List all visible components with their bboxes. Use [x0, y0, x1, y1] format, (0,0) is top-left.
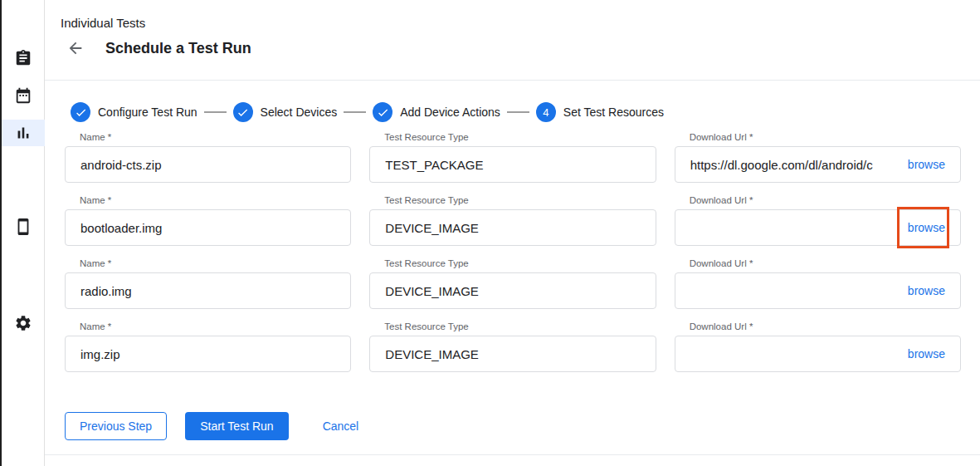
name-input-row4[interactable]: img.zip — [65, 336, 351, 372]
name-value: android-cts.zip — [80, 158, 335, 172]
step-connector — [344, 111, 366, 113]
step-label: Select Devices — [261, 105, 338, 119]
name-label: Name * — [80, 321, 351, 332]
previous-step-button[interactable]: Previous Step — [65, 412, 167, 440]
name-value: img.zip — [80, 347, 335, 361]
type-input-row1[interactable]: TEST_PACKAGE — [369, 146, 656, 183]
step-label: Add Device Actions — [400, 105, 500, 119]
url-label: Download Url * — [690, 321, 961, 332]
clipboard-icon — [14, 49, 32, 67]
form-field-name-row1: Name * android-cts.zip — [65, 132, 351, 183]
browse-link-row1[interactable]: browse — [908, 158, 945, 171]
bar-chart-icon — [14, 124, 32, 142]
browse-link-row3[interactable]: browse — [908, 284, 945, 297]
url-label: Download Url * — [690, 258, 961, 269]
type-value: DEVICE_IMAGE — [385, 347, 640, 361]
type-label: Test Resource Type — [384, 258, 656, 269]
check-icon — [377, 106, 389, 119]
check-icon — [75, 106, 87, 119]
form-field-type-row3: Test Resource Type DEVICE_IMAGE — [369, 258, 656, 309]
browse-link-row4[interactable]: browse — [908, 347, 945, 361]
step-set-test-resources[interactable]: 4 Set Test Resources — [536, 102, 664, 122]
step-add-device-actions[interactable]: Add Device Actions — [373, 102, 500, 122]
form-field-name-row4: Name * img.zip — [65, 321, 351, 372]
step-complete-circle — [373, 102, 392, 122]
type-value: DEVICE_IMAGE — [385, 284, 640, 298]
name-value: radio.img — [80, 284, 335, 298]
main-content: Individual Tests Schedule a Test Run Con… — [45, 0, 980, 466]
sidebar-item-reports[interactable] — [2, 120, 45, 146]
url-label: Download Url * — [690, 132, 961, 143]
type-input-row3[interactable]: DEVICE_IMAGE — [369, 272, 656, 309]
type-input-row2[interactable]: DEVICE_IMAGE — [369, 209, 656, 246]
form-field-url-row2: Download Url * browse — [675, 195, 961, 246]
form-field-type-row2: Test Resource Type DEVICE_IMAGE — [369, 195, 656, 246]
step-select-devices[interactable]: Select Devices — [233, 102, 338, 122]
step-label: Set Test Resources — [563, 105, 664, 119]
type-value: DEVICE_IMAGE — [385, 221, 640, 235]
type-label: Test Resource Type — [384, 321, 656, 332]
step-configure-test-run[interactable]: Configure Test Run — [71, 102, 197, 122]
form-field-type-row4: Test Resource Type DEVICE_IMAGE — [369, 321, 656, 372]
name-label: Name * — [80, 132, 351, 143]
page-header: Individual Tests Schedule a Test Run — [45, 0, 980, 81]
form-field-url-row4: Download Url * browse — [675, 321, 961, 372]
step-label: Configure Test Run — [98, 105, 197, 119]
type-label: Test Resource Type — [384, 195, 656, 206]
smartphone-icon — [14, 218, 32, 236]
form-field-name-row2: Name * bootloader.img — [65, 195, 351, 246]
name-label: Name * — [80, 258, 351, 269]
form-field-name-row3: Name * radio.img — [65, 258, 351, 309]
step-connector — [204, 111, 227, 113]
cancel-button[interactable]: Cancel — [319, 412, 363, 440]
url-input-row1[interactable]: https://dl.google.com/dl/android/c brows… — [675, 146, 961, 183]
type-value: TEST_PACKAGE — [385, 158, 640, 172]
url-input-row2[interactable]: browse — [675, 209, 961, 246]
url-input-row4[interactable]: browse — [675, 336, 961, 372]
page-title: Schedule a Test Run — [105, 40, 251, 57]
sidebar-item-settings[interactable] — [2, 310, 45, 336]
arrow-back-icon — [66, 39, 85, 57]
name-input-row1[interactable]: android-cts.zip — [65, 146, 351, 183]
type-input-row4[interactable]: DEVICE_IMAGE — [369, 336, 656, 372]
type-label: Test Resource Type — [384, 132, 656, 143]
name-value: bootloader.img — [80, 221, 335, 235]
sidebar-item-schedule[interactable] — [2, 82, 45, 109]
step-number-circle: 4 — [536, 102, 556, 122]
step-connector — [507, 111, 529, 113]
name-input-row3[interactable]: radio.img — [65, 272, 351, 309]
browse-link-row2[interactable]: browse — [908, 221, 945, 234]
footer-actions: Previous Step Start Test Run Cancel — [65, 412, 980, 440]
url-label: Download Url * — [690, 195, 961, 206]
form-field-type-row1: Test Resource Type TEST_PACKAGE — [369, 132, 656, 183]
app-window: Individual Tests Schedule a Test Run Con… — [0, 0, 980, 466]
step-complete-circle — [233, 102, 253, 122]
calendar-icon — [14, 86, 32, 105]
name-input-row2[interactable]: bootloader.img — [65, 209, 351, 246]
url-input-row3[interactable]: browse — [675, 272, 961, 309]
sidebar-item-tests[interactable] — [2, 45, 45, 71]
gear-icon — [14, 314, 32, 332]
stepper: Configure Test Run Select Devices Add De… — [45, 81, 980, 122]
section-title: Individual Tests — [61, 0, 980, 30]
url-value: https://dl.google.com/dl/android/c — [690, 158, 900, 172]
step-complete-circle — [71, 102, 90, 122]
form-field-url-row3: Download Url * browse — [675, 258, 961, 309]
sidebar — [2, 0, 45, 466]
form-field-url-row1: Download Url * https://dl.google.com/dl/… — [675, 132, 961, 183]
sidebar-item-devices[interactable] — [2, 213, 45, 240]
back-button[interactable] — [65, 37, 86, 59]
test-resources-form: Name * android-cts.zip Test Resource Typ… — [65, 132, 961, 372]
start-test-run-button[interactable]: Start Test Run — [185, 412, 288, 440]
bottom-divider — [45, 454, 980, 455]
check-icon — [236, 106, 249, 119]
name-label: Name * — [80, 195, 351, 206]
